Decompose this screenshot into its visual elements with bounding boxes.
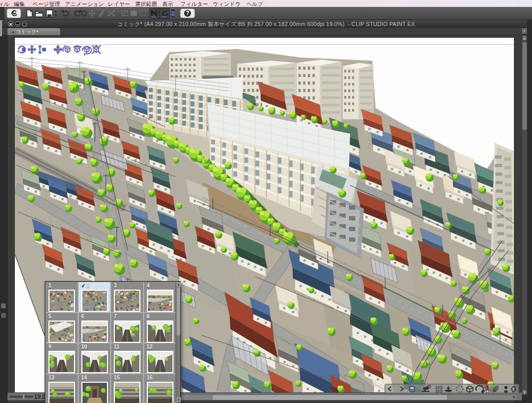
- svg-text:?: ?: [186, 10, 189, 16]
